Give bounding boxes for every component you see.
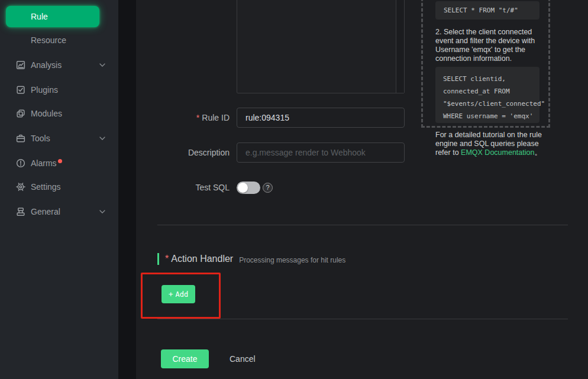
tutorial-suffix: 。: [534, 148, 542, 157]
sidebar-item-resource[interactable]: Resource: [0, 33, 118, 47]
sql-editor[interactable]: [237, 0, 405, 93]
code-line: connected_at FROM: [443, 85, 539, 98]
rule-id-label: *Rule ID: [153, 113, 230, 122]
sidebar-item-label: Alarms: [31, 158, 57, 168]
required-asterisk: *: [165, 254, 169, 264]
sql-example-client-connected: SELECT clientid, connected_at FROM "$eve…: [435, 67, 539, 123]
sidebar-item-label: Tools: [31, 134, 50, 143]
sidebar-item-label: General: [31, 207, 60, 216]
sidebar-item-alarms[interactable]: Alarms: [0, 156, 118, 170]
plus-icon: +: [169, 290, 173, 299]
test-sql-toggle[interactable]: [237, 182, 260, 194]
code-line: WHERE username = 'emqx': [443, 110, 539, 122]
chevron-down-icon: [99, 63, 105, 67]
toggle-knob: [238, 183, 248, 193]
emqx-rule-create-page: Rule Resource Analysis: [0, 0, 588, 379]
gear-icon: [15, 182, 26, 192]
sidebar-item-label: Settings: [31, 182, 61, 192]
sidebar-item-rule[interactable]: Rule: [6, 6, 99, 27]
sidebar-item-plugins[interactable]: Plugins: [0, 83, 118, 97]
help-step2-text: 2. Select the client connected event and…: [435, 28, 543, 63]
description-input[interactable]: [237, 142, 405, 163]
checkbox-icon: [15, 85, 26, 95]
chevron-down-icon: [99, 210, 105, 213]
description-label: Description: [153, 148, 230, 157]
sql-example-basic: SELECT * FROM "t/#": [435, 1, 539, 20]
sidebar-item-label: Plugins: [31, 85, 58, 95]
rule-id-input[interactable]: [237, 108, 405, 128]
footer-divider: [157, 319, 568, 319]
chart-icon: [15, 60, 26, 70]
tutorial-note: For a detailed tutorial on the rule engi…: [435, 131, 547, 157]
copy-icon: [15, 108, 26, 119]
chevron-down-icon: [99, 137, 105, 140]
sidebar-item-tools[interactable]: Tools: [0, 131, 118, 145]
sidebar-item-modules[interactable]: Modules: [0, 106, 118, 121]
section-accent-bar: [157, 253, 159, 265]
briefcase-icon: [15, 133, 26, 144]
required-asterisk: *: [196, 113, 199, 122]
action-handler-title: *Action Handler: [165, 254, 233, 264]
alarm-badge-dot: [58, 159, 62, 163]
section-divider: [157, 225, 568, 225]
sidebar-item-analysis[interactable]: Analysis: [0, 58, 118, 72]
rule-create-form: *Rule ID Description Test SQL ? *Action …: [136, 0, 588, 379]
action-handler-header: *Action Handler Processing messages for …: [157, 253, 345, 265]
sidebar-item-label: Resource: [31, 35, 66, 45]
sidebar: Rule Resource Analysis: [0, 0, 118, 379]
sidebar-item-label: Modules: [31, 109, 62, 118]
emqx-documentation-link[interactable]: EMQX Documentation: [461, 148, 534, 157]
create-button[interactable]: Create: [161, 349, 209, 368]
code-line: SELECT clientid,: [443, 73, 539, 85]
sidebar-item-general[interactable]: General: [0, 205, 118, 219]
code-line: "$events/client_connected": [443, 98, 539, 110]
cancel-button[interactable]: Cancel: [230, 354, 256, 364]
add-action-button[interactable]: +Add: [161, 285, 195, 303]
action-handler-subtitle: Processing messages for hit rules: [239, 254, 345, 264]
editor-scrollbar[interactable]: [396, 0, 404, 93]
alert-circle-icon: [15, 158, 26, 169]
sidebar-item-label: Analysis: [31, 60, 62, 70]
help-question-icon[interactable]: ?: [263, 183, 273, 193]
stack-icon: [15, 206, 26, 217]
test-sql-label: Test SQL: [153, 183, 230, 192]
sidebar-item-settings[interactable]: Settings: [0, 180, 118, 194]
